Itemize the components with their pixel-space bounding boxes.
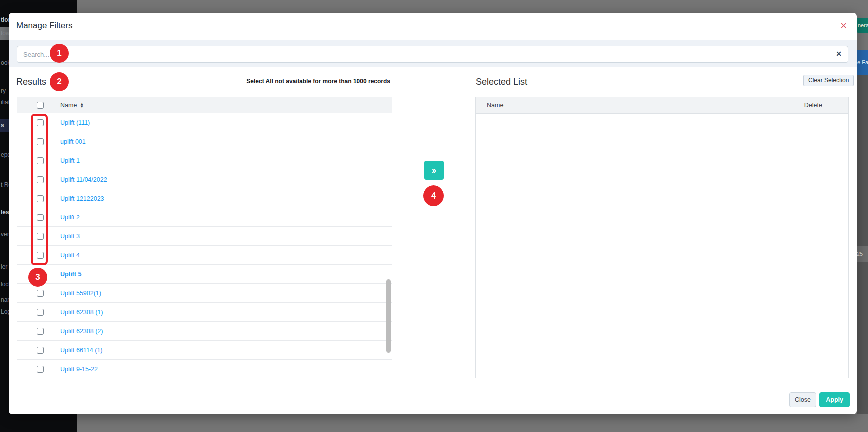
results-table: Name ▲▼ Uplift (111) uplift 001 Uplift 1 bbox=[17, 97, 392, 378]
table-row[interactable]: Uplift 5 bbox=[17, 265, 392, 284]
table-row[interactable]: Uplift 62308 (2) bbox=[17, 322, 392, 341]
table-row[interactable]: Uplift 12122023 bbox=[17, 189, 392, 208]
row-checkbox[interactable] bbox=[37, 328, 44, 335]
background-generate-button[interactable]: nera bbox=[857, 18, 868, 33]
annotation-badge-4: 4 bbox=[423, 185, 444, 206]
annotation-badge-1: 1 bbox=[50, 44, 69, 63]
annotation-badge-2: 2 bbox=[50, 72, 69, 91]
table-row[interactable]: Uplift 9-15-22 bbox=[17, 360, 392, 379]
close-button[interactable]: Close bbox=[789, 392, 816, 407]
background-copyright-text: 25 © bbox=[857, 246, 868, 262]
results-table-header: Name ▲▼ bbox=[17, 97, 392, 113]
sort-icon[interactable]: ▲▼ bbox=[80, 103, 84, 108]
row-name-link[interactable]: Uplift 55902(1) bbox=[60, 290, 101, 297]
manage-filters-modal: Manage Filters × ✕ Results Select All no… bbox=[9, 13, 857, 414]
row-name-link[interactable]: Uplift 62308 (2) bbox=[60, 328, 103, 335]
row-name-link[interactable]: uplift 001 bbox=[60, 138, 86, 145]
table-row[interactable]: uplift 001 bbox=[17, 132, 392, 151]
annotation-rectangle bbox=[31, 114, 48, 265]
annotation-badge-3: 3 bbox=[28, 268, 47, 287]
name-column-header[interactable]: Name bbox=[60, 102, 77, 109]
row-name-link[interactable]: Uplift (111) bbox=[60, 119, 90, 126]
sidebar-item-fragment[interactable]: les bbox=[1, 209, 9, 216]
selected-name-column-header: Name bbox=[487, 102, 503, 109]
row-checkbox[interactable] bbox=[37, 309, 44, 316]
row-name-link[interactable]: Uplift 3 bbox=[60, 233, 80, 240]
selected-table-header: Name Delete bbox=[476, 97, 848, 114]
table-row[interactable]: Uplift (111) bbox=[17, 113, 392, 132]
move-selected-button[interactable]: » bbox=[424, 161, 444, 180]
table-row[interactable]: Uplift 4 bbox=[17, 246, 392, 265]
modal-title: Manage Filters bbox=[16, 21, 72, 31]
results-scrollbar-thumb[interactable] bbox=[386, 279, 391, 353]
row-name-link[interactable]: Uplift 4 bbox=[60, 252, 80, 259]
select-all-notice: Select All not available for more than 1… bbox=[246, 78, 390, 85]
row-name-link[interactable]: Uplift 5 bbox=[60, 271, 81, 278]
modal-footer: Close Apply bbox=[9, 386, 857, 414]
row-name-link[interactable]: Uplift 62308 (1) bbox=[60, 309, 103, 316]
background-right-panel bbox=[857, 75, 868, 414]
close-icon[interactable]: × bbox=[840, 19, 847, 33]
table-row[interactable]: Uplift 3 bbox=[17, 227, 392, 246]
search-band: ✕ bbox=[9, 40, 857, 67]
row-name-link[interactable]: Uplift 9-15-22 bbox=[60, 366, 98, 373]
table-row[interactable]: Uplift 2 bbox=[17, 208, 392, 227]
screen: tiontowookryiliatiseport Relesventlerloc… bbox=[0, 0, 868, 432]
background-blue-button[interactable]: e Fa bbox=[857, 50, 868, 75]
selected-list-heading: Selected List bbox=[476, 77, 527, 87]
table-row[interactable]: Uplift 1 bbox=[17, 151, 392, 170]
selected-list-table: Name Delete bbox=[475, 97, 849, 378]
sidebar-item-fragment[interactable]: s bbox=[1, 122, 4, 129]
search-clear-icon[interactable]: ✕ bbox=[836, 50, 842, 58]
results-table-body: Uplift (111) uplift 001 Uplift 1 Uplift … bbox=[17, 113, 392, 379]
sidebar-item-fragment[interactable]: ler bbox=[1, 263, 7, 270]
row-name-link[interactable]: Uplift 2 bbox=[60, 214, 80, 221]
table-row[interactable]: Uplift 55902(1) bbox=[17, 284, 392, 303]
row-checkbox[interactable] bbox=[37, 366, 44, 373]
row-name-link[interactable]: Uplift 11/04/2022 bbox=[60, 176, 107, 183]
clear-selection-button[interactable]: Clear Selection bbox=[803, 75, 854, 86]
results-heading: Results bbox=[16, 77, 46, 87]
row-checkbox[interactable] bbox=[37, 347, 44, 354]
row-name-link[interactable]: Uplift 1 bbox=[60, 157, 80, 164]
row-name-link[interactable]: Uplift 12122023 bbox=[60, 195, 104, 202]
table-row[interactable]: Uplift 62308 (1) bbox=[17, 303, 392, 322]
background-right-edge: nera e Fa 25 © bbox=[857, 0, 868, 432]
sidebar-item-fragment[interactable]: ry bbox=[1, 87, 6, 94]
row-checkbox[interactable] bbox=[37, 290, 44, 297]
double-chevron-right-icon: » bbox=[432, 165, 437, 176]
delete-column-header: Delete bbox=[804, 102, 848, 109]
apply-button[interactable]: Apply bbox=[819, 392, 850, 407]
table-row[interactable]: Uplift 11/04/2022 bbox=[17, 170, 392, 189]
select-all-checkbox[interactable] bbox=[37, 102, 44, 109]
modal-header: Manage Filters × bbox=[9, 13, 857, 40]
search-input[interactable] bbox=[17, 46, 848, 63]
table-row[interactable]: Uplift 66114 (1) bbox=[17, 341, 392, 360]
row-name-link[interactable]: Uplift 66114 (1) bbox=[60, 347, 103, 354]
